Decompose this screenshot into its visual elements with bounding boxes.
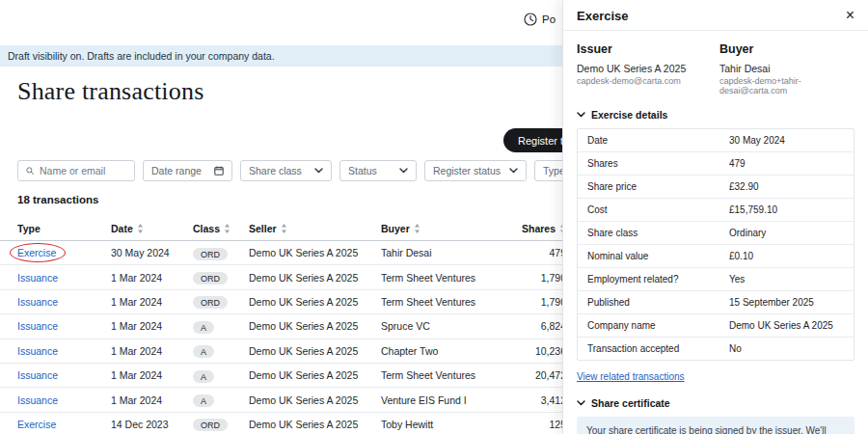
transaction-date: 1 Mar 2024 [111,369,193,381]
panel-header: Exercise × [563,0,868,31]
detail-label: Cost [578,199,719,221]
sort-icon[interactable] [137,224,144,233]
calendar-icon [214,166,224,176]
date-range-label: Date range [151,165,202,176]
portfolio-nav-item[interactable]: Po [524,13,556,26]
issuer-block: Issuer Demo UK Series A 2025 capdesk-dem… [577,42,719,95]
sort-icon[interactable] [224,224,231,233]
chevron-down-icon [399,168,408,174]
detail-row: Date 30 May 2024 [578,129,854,151]
transaction-type-link[interactable]: Exercise [17,419,56,430]
transaction-buyer: Term Sheet Ventures [381,369,524,381]
buyer-name: Tahir Desai [719,63,854,74]
detail-label: Shares [578,152,719,175]
detail-row: Share class Ordinary [578,221,854,244]
buyer-heading: Buyer [719,42,854,56]
transaction-type-link[interactable]: Exercise [17,247,56,258]
share-class-badge: ORD [193,272,228,285]
sort-icon[interactable] [281,224,287,233]
transaction-date: 14 Dec 2023 [111,419,193,430]
chevron-down-icon [509,168,518,174]
detail-label: Published [578,291,719,313]
share-certificate-toggle[interactable]: Share certificate [577,397,854,409]
transaction-type-link[interactable]: Issuance [17,320,58,332]
detail-value: Demo UK Series A 2025 [719,314,854,337]
chevron-down-icon [577,112,585,118]
transaction-date: 1 Mar 2024 [111,272,193,284]
detail-row: Share price £32.90 [578,175,854,198]
transaction-buyer: Spruce VC [381,320,524,332]
exercise-details-toggle[interactable]: Exercise details [577,109,854,121]
buyer-block: Buyer Tahir Desai capdesk-demo+tahir-des… [719,42,854,95]
issuer-name: Demo UK Series A 2025 [577,63,719,74]
transaction-seller: Demo UK Series A 2025 [249,272,381,284]
transaction-shares: 1,790 [524,272,566,284]
status-filter-label: Status [348,165,377,176]
search-filter[interactable] [17,160,135,181]
transaction-shares: 125 [524,419,566,430]
transaction-type-link[interactable]: Issuance [17,296,58,308]
column-header-date[interactable]: Date [111,223,193,234]
transaction-date: 1 Mar 2024 [111,394,193,406]
issuer-email: capdesk-demo@carta.com [577,76,719,86]
transaction-shares: 10,236 [524,345,566,357]
transaction-type-link[interactable]: Issuance [17,272,58,284]
date-range-filter[interactable]: Date range [143,160,232,181]
column-header-type: Type [17,223,111,234]
detail-value: 479 [719,152,854,175]
panel-body: Issuer Demo UK Series A 2025 capdesk-dem… [563,31,868,434]
detail-label: Employment related? [578,268,719,290]
share-certificate-label: Share certificate [591,397,670,409]
panel-title: Exercise [577,9,629,23]
column-header-seller[interactable]: Seller [249,223,381,234]
close-icon[interactable]: × [846,8,854,23]
column-header-shares[interactable]: Shares [524,223,566,234]
transaction-buyer: Tahir Desai [381,247,524,258]
transaction-type-link[interactable]: Issuance [17,369,58,381]
detail-row: Published 15 September 2025 [578,290,854,313]
detail-label: Nominal value [578,245,719,267]
transaction-buyer: Venture EIS Fund I [381,394,524,406]
detail-row: Nominal value £0.10 [578,244,854,267]
transaction-shares: 3,412 [524,394,566,406]
detail-row: Company name Demo UK Series A 2025 [578,313,854,337]
share-class-filter[interactable]: Share class [240,160,332,181]
transaction-date: 1 Mar 2024 [111,345,193,357]
filters-bar: Date range Share class Status Register s… [17,160,604,181]
certificate-status-note: Your share certificate is being signed b… [577,417,854,434]
transaction-seller: Demo UK Series A 2025 [249,419,381,430]
transaction-buyer: Toby Hewitt [381,419,524,430]
search-input[interactable] [40,165,126,176]
share-class-badge: A [193,345,214,358]
transaction-seller: Demo UK Series A 2025 [249,369,381,381]
sort-icon[interactable] [414,224,420,233]
column-header-class[interactable]: Class [193,223,249,234]
register-status-filter[interactable]: Register status [424,160,527,181]
transaction-shares: 6,824 [524,320,566,332]
share-class-badge: ORD [193,296,228,309]
transaction-seller: Demo UK Series A 2025 [249,296,381,308]
transaction-type-link[interactable]: Issuance [17,394,58,406]
detail-value: Ordinary [719,222,854,244]
transaction-shares: 1,790 [524,296,566,308]
parties-section: Issuer Demo UK Series A 2025 capdesk-dem… [577,42,854,95]
transaction-type-link[interactable]: Issuance [17,345,58,357]
status-filter[interactable]: Status [339,160,417,181]
share-class-filter-label: Share class [249,165,302,176]
detail-label: Share class [578,222,719,244]
detail-value: No [719,338,854,360]
share-class-badge: A [193,394,214,407]
transaction-date: 1 Mar 2024 [111,320,193,332]
transaction-date: 1 Mar 2024 [111,296,193,308]
portfolio-nav-label: Po [542,14,556,25]
detail-row: Shares 479 [578,151,854,175]
detail-value: £32.90 [719,176,854,198]
view-related-transactions-link[interactable]: View related transactions [577,371,685,382]
transaction-buyer: Chapter Two [381,345,524,357]
app-window: Po Draft visibility on. Drafts are inclu… [0,0,868,434]
search-icon [26,166,34,176]
banner-text: Draft visibility on. Drafts are included… [8,50,275,62]
chevron-down-icon [314,168,323,174]
column-header-buyer[interactable]: Buyer [381,223,524,234]
page-title: Share transactions [17,77,203,106]
